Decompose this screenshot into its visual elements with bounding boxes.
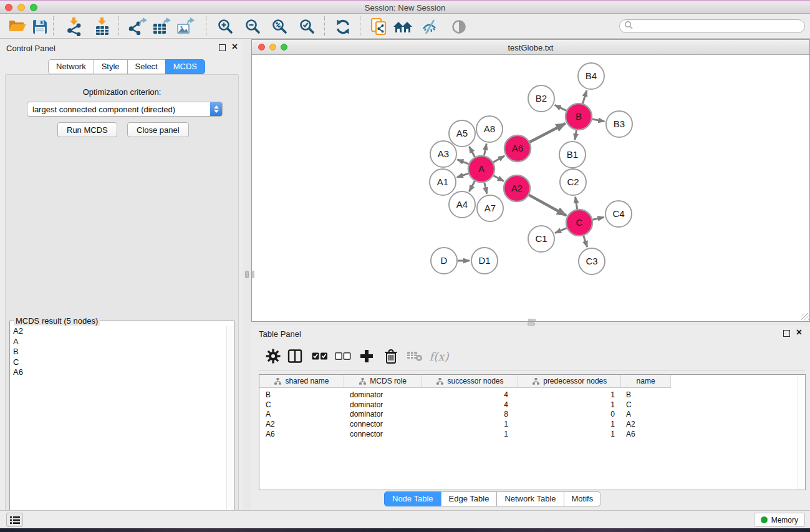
node-table[interactable]: shared name MCDS role successor nodes pr… [259, 374, 806, 490]
edge-B-B1[interactable] [575, 130, 577, 140]
tab-network[interactable]: Network [48, 59, 94, 74]
edge-A6-B[interactable] [530, 123, 566, 142]
node-C[interactable]: C [566, 210, 592, 236]
network-horizontal-scrollbar[interactable] [528, 319, 536, 321]
select-all-icon[interactable] [311, 347, 329, 365]
import-table-icon[interactable] [92, 17, 112, 37]
result-item[interactable]: A6 [11, 367, 226, 378]
result-scrollbar[interactable] [226, 326, 233, 532]
refresh-view-icon[interactable] [333, 17, 353, 37]
search-input[interactable] [633, 21, 804, 32]
search-field[interactable] [619, 19, 805, 33]
edge-A-A3[interactable] [457, 160, 468, 164]
table-row[interactable]: A2connector11A2 [259, 419, 671, 429]
node-D[interactable]: D [431, 248, 457, 274]
edge-B-B4[interactable] [582, 90, 586, 104]
edge-B-B3[interactable] [592, 119, 605, 122]
table-row[interactable]: Bdominator41B [259, 390, 671, 400]
show-column-icon[interactable] [286, 347, 304, 365]
node-A1[interactable]: A1 [430, 169, 456, 195]
edge-C-C3[interactable] [584, 236, 587, 247]
column-header-name[interactable]: name [620, 375, 670, 387]
zoom-in-icon[interactable] [216, 17, 236, 37]
criterion-dropdown[interactable]: largest connected component (directed) [27, 102, 223, 117]
edge-A-A2[interactable] [493, 176, 504, 181]
divider-handle[interactable] [245, 271, 249, 278]
tab-edge-table[interactable]: Edge Table [441, 491, 498, 506]
edge-C-C1[interactable] [555, 228, 567, 233]
task-history-button[interactable] [6, 513, 23, 527]
network-canvas[interactable]: B4B2BB3A5A8A6A3B1AC2A1A2A4A7C4CC1C3DD1 [252, 55, 809, 321]
node-A3[interactable]: A3 [430, 141, 456, 167]
open-session-icon[interactable] [7, 17, 27, 37]
zoom-fit-icon[interactable] [270, 17, 290, 37]
table-settings-gear-icon[interactable] [264, 347, 282, 365]
node-A5[interactable]: A5 [449, 120, 475, 147]
close-panel-button[interactable]: Close panel [127, 122, 189, 137]
table-row[interactable]: A6connector11A6 [259, 429, 671, 439]
vertical-split-divider[interactable] [243, 39, 251, 510]
edge-A-A4[interactable] [469, 181, 475, 191]
node-D1[interactable]: D1 [471, 248, 498, 274]
float-panel-icon[interactable] [219, 44, 226, 51]
column-header-successor-nodes[interactable]: successor nodes [422, 375, 518, 387]
edge-A-A8[interactable] [484, 144, 486, 156]
export-table-icon[interactable] [152, 17, 171, 37]
save-session-icon[interactable] [30, 17, 50, 37]
delete-table-icon[interactable] [405, 347, 424, 365]
network-window-titlebar[interactable]: testGlobe.txt [252, 40, 809, 55]
node-B3[interactable]: B3 [606, 111, 632, 137]
result-item[interactable]: A2 [11, 326, 226, 337]
table-scrollbar[interactable] [798, 375, 805, 490]
edge-C-C4[interactable] [592, 217, 604, 220]
table-row[interactable]: Cdominator41C [259, 400, 671, 410]
export-network-icon[interactable] [128, 17, 148, 37]
hide-graphics-details-icon[interactable] [420, 17, 440, 37]
deselect-all-icon[interactable] [334, 347, 352, 365]
edge-A-A1[interactable] [457, 173, 468, 177]
node-A8[interactable]: A8 [476, 116, 503, 142]
result-item[interactable]: C [11, 357, 226, 368]
network-vertical-scrollbar[interactable] [252, 271, 254, 278]
export-image-icon[interactable] [175, 17, 195, 37]
node-B4[interactable]: B4 [578, 63, 604, 89]
tab-mcds[interactable]: MCDS [165, 59, 205, 74]
node-A[interactable]: A [468, 156, 494, 182]
edge-A-A6[interactable] [493, 156, 504, 162]
mcds-result-list[interactable]: A2 A B C A6 [11, 326, 226, 532]
function-builder-icon[interactable]: f(x) [430, 347, 448, 365]
node-C3[interactable]: C3 [579, 248, 605, 274]
column-header-mcds-role[interactable]: MCDS role [344, 375, 422, 387]
edge-C-C2[interactable] [576, 197, 577, 210]
close-panel-icon[interactable]: × [796, 327, 802, 338]
run-mcds-button[interactable]: Run MCDS [57, 122, 117, 137]
node-A2[interactable]: A2 [504, 175, 530, 201]
tab-network-table[interactable]: Network Table [496, 491, 564, 506]
zoom-out-icon[interactable] [243, 17, 263, 37]
table-row[interactable]: Adominator80A [259, 410, 671, 420]
home-layout-icon[interactable] [393, 17, 413, 37]
tab-style[interactable]: Style [94, 59, 128, 74]
tab-select[interactable]: Select [127, 59, 166, 74]
node-A4[interactable]: A4 [449, 191, 475, 218]
network-graph[interactable]: B4B2BB3A5A8A6A3B1AC2A1A2A4A7C4CC1C3DD1 [252, 55, 809, 321]
node-C1[interactable]: C1 [528, 226, 554, 252]
edge-A2-C[interactable] [529, 195, 566, 216]
add-entry-icon[interactable] [357, 347, 376, 365]
edge-B-B2[interactable] [555, 105, 567, 110]
result-item[interactable]: B [11, 347, 226, 357]
delete-entry-trash-icon[interactable] [382, 347, 400, 365]
node-A6[interactable]: A6 [504, 135, 531, 162]
node-B2[interactable]: B2 [528, 85, 554, 112]
edge-A-A7[interactable] [485, 182, 487, 193]
column-header-shared-name[interactable]: shared name [259, 375, 344, 387]
tab-motifs[interactable]: Motifs [564, 491, 602, 506]
node-B[interactable]: B [566, 104, 592, 130]
node-A7[interactable]: A7 [477, 195, 503, 221]
close-panel-icon[interactable]: × [232, 41, 238, 52]
zoom-selected-icon[interactable] [297, 17, 317, 37]
memory-button[interactable]: Memory [754, 513, 805, 527]
tab-node-table[interactable]: Node Table [384, 491, 441, 506]
node-C2[interactable]: C2 [560, 169, 586, 195]
float-panel-icon[interactable] [783, 330, 790, 337]
